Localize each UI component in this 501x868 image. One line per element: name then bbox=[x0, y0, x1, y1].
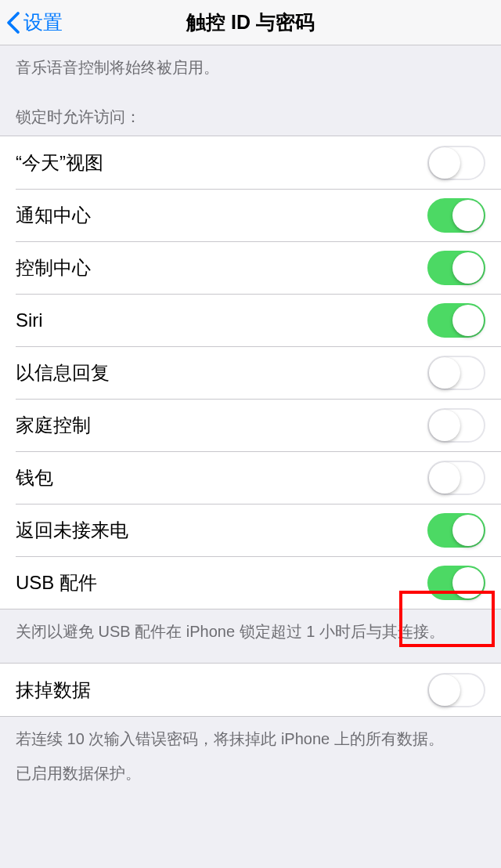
usb-footer: 关闭以避免 USB 配件在 iPhone 锁定超过 1 小时后与其连接。 bbox=[0, 609, 501, 650]
lock-access-group: “今天”视图通知中心控制中心Siri以信息回复家庭控制钱包返回未接来电USB 配… bbox=[0, 136, 501, 609]
lock-access-toggle[interactable] bbox=[427, 146, 485, 180]
lock-access-cell: Siri bbox=[0, 294, 501, 346]
erase-data-group: 抹掉数据 bbox=[0, 663, 501, 717]
lock-access-toggle[interactable] bbox=[427, 461, 485, 495]
back-button[interactable]: 设置 bbox=[0, 9, 63, 35]
lock-access-label: “今天”视图 bbox=[16, 150, 103, 175]
lock-access-cell: 返回未接来电 bbox=[0, 504, 501, 556]
lock-access-label: 控制中心 bbox=[16, 255, 91, 280]
erase-data-cell: 抹掉数据 bbox=[0, 664, 501, 716]
lock-access-toggle[interactable] bbox=[427, 408, 485, 443]
navbar: 设置 触控 ID 与密码 bbox=[0, 0, 501, 45]
lock-access-toggle[interactable] bbox=[427, 513, 485, 548]
erase-data-label: 抹掉数据 bbox=[16, 678, 91, 703]
lock-access-cell: USB 配件 bbox=[0, 556, 501, 609]
lock-access-label: 通知中心 bbox=[16, 203, 91, 228]
lock-access-cell: 以信息回复 bbox=[0, 346, 501, 399]
lock-access-toggle[interactable] bbox=[427, 303, 485, 338]
lock-access-label: 家庭控制 bbox=[16, 413, 91, 438]
lock-access-toggle[interactable] bbox=[427, 198, 485, 233]
lock-access-cell: 家庭控制 bbox=[0, 399, 501, 451]
lock-access-label: USB 配件 bbox=[16, 570, 97, 595]
chevron-left-icon bbox=[6, 11, 20, 34]
lock-access-header: 锁定时允许访问： bbox=[0, 86, 501, 136]
lock-access-cell: 通知中心 bbox=[0, 189, 501, 241]
lock-access-toggle[interactable] bbox=[427, 356, 485, 390]
lock-access-label: 以信息回复 bbox=[16, 360, 110, 385]
erase-data-footer-2: 已启用数据保护。 bbox=[0, 758, 501, 792]
lock-access-cell: 钱包 bbox=[0, 451, 501, 504]
lock-access-cell: 控制中心 bbox=[0, 241, 501, 294]
page-title: 触控 ID 与密码 bbox=[0, 9, 501, 35]
erase-data-footer-1: 若连续 10 次输入错误密码，将抹掉此 iPhone 上的所有数据。 bbox=[0, 717, 501, 758]
erase-data-toggle[interactable] bbox=[427, 673, 485, 707]
lock-access-cell: “今天”视图 bbox=[0, 136, 501, 189]
voice-control-footer: 音乐语音控制将始终被启用。 bbox=[0, 45, 501, 86]
lock-access-toggle[interactable] bbox=[427, 251, 485, 285]
back-label: 设置 bbox=[23, 9, 63, 35]
lock-access-toggle[interactable] bbox=[427, 566, 485, 600]
lock-access-label: 钱包 bbox=[16, 465, 53, 490]
lock-access-label: Siri bbox=[16, 309, 43, 331]
lock-access-label: 返回未接来电 bbox=[16, 518, 128, 543]
